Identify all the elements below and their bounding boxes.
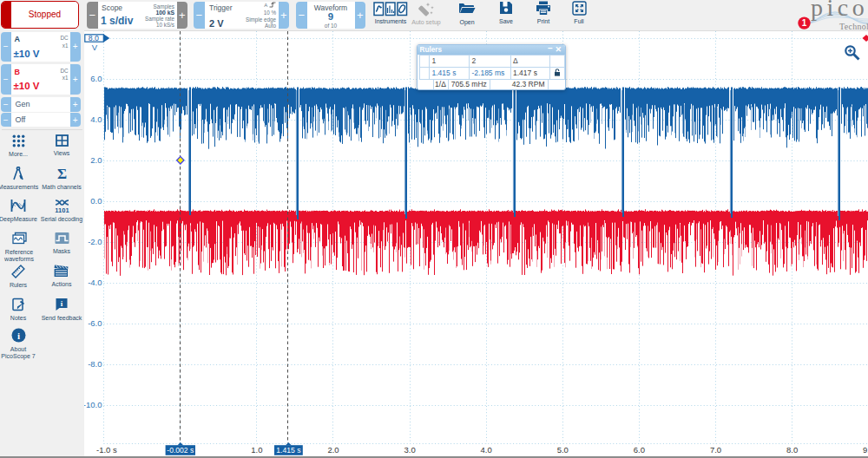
svg-text:pico: pico (811, 0, 868, 21)
svg-text:1101: 1101 (55, 206, 69, 213)
svg-text:V: V (92, 43, 98, 52)
svg-text:1.415 s: 1.415 s (276, 446, 300, 455)
svg-text:2.0: 2.0 (90, 155, 102, 165)
svg-text:Technology: Technology (839, 22, 868, 31)
svg-text:i: i (16, 330, 19, 341)
svg-text:-8.0: -8.0 (88, 359, 102, 369)
svg-text:-10.0: -10.0 (84, 400, 102, 409)
svg-text:9.0: 9.0 (863, 445, 868, 455)
svg-text:-1.0 s: -1.0 s (96, 445, 117, 455)
svg-text:1: 1 (802, 18, 807, 28)
svg-text:6.0: 6.0 (90, 74, 102, 83)
svg-text:Σ: Σ (56, 167, 66, 180)
svg-text:-6.0: -6.0 (88, 318, 102, 328)
svg-text:3.0: 3.0 (404, 445, 415, 455)
svg-text:7.0: 7.0 (710, 445, 721, 455)
svg-text:5.0: 5.0 (557, 445, 569, 455)
svg-text:1.0: 1.0 (251, 445, 262, 455)
svg-text:-4.0: -4.0 (88, 278, 102, 287)
svg-text:4.0: 4.0 (90, 114, 102, 124)
svg-text:0.0: 0.0 (90, 196, 102, 206)
svg-text:8.0: 8.0 (89, 34, 99, 43)
svg-text:-2.0: -2.0 (88, 237, 102, 246)
svg-text:8.0: 8.0 (786, 445, 798, 455)
svg-text:2.0: 2.0 (327, 445, 339, 455)
svg-text:6.0: 6.0 (634, 445, 645, 455)
svg-text:-0.002 s: -0.002 s (167, 446, 194, 455)
svg-text:4.0: 4.0 (481, 445, 492, 455)
